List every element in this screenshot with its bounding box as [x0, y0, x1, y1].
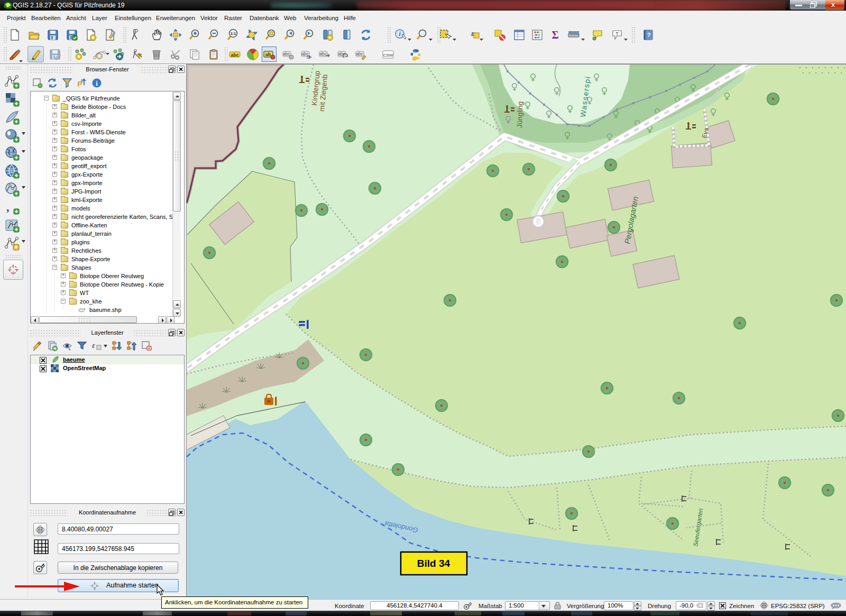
svg-text:abc: abc	[231, 52, 239, 58]
svg-text:?: ?	[647, 32, 651, 38]
svg-text:CSW: CSW	[383, 53, 393, 58]
svg-text:,: ,	[6, 200, 10, 214]
svg-text:ab: ab	[265, 52, 271, 57]
svg-text:Σ: Σ	[551, 29, 558, 41]
svg-text:1:1: 1:1	[231, 32, 236, 35]
svg-text:i: i	[96, 79, 98, 87]
svg-text:ε: ε	[92, 342, 95, 350]
svg-text:Bild 34: Bild 34	[417, 558, 450, 569]
svg-text:Jüngling: Jüngling	[516, 101, 525, 128]
svg-text:abc: abc	[356, 51, 363, 57]
svg-text:T: T	[615, 31, 619, 36]
